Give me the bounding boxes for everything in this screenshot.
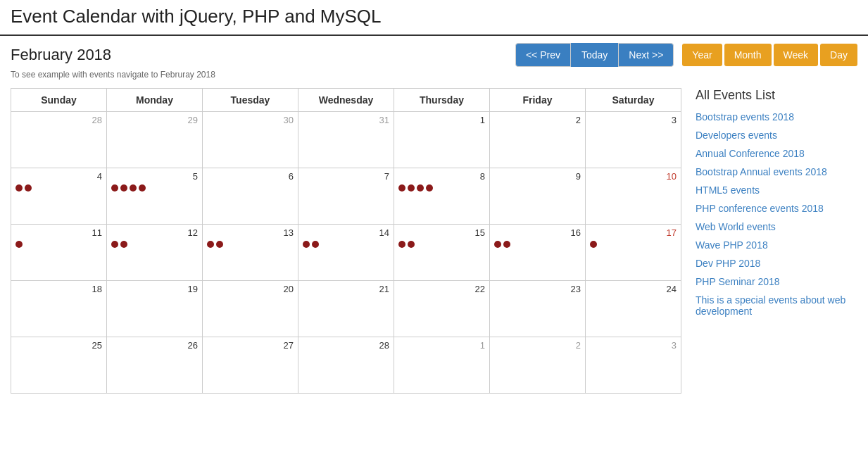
calendar-cell[interactable]: 10 <box>586 168 681 225</box>
calendar-cell[interactable]: 4 <box>11 168 107 225</box>
day-header-monday: Monday <box>107 89 203 112</box>
event-dot <box>398 241 405 248</box>
calendar-cell[interactable]: 20 <box>203 281 298 337</box>
event-dot <box>216 241 223 248</box>
day-number: 1 <box>398 340 485 351</box>
list-item: Developers events <box>696 130 857 141</box>
day-header-wednesday: Wednesday <box>298 89 394 112</box>
day-number: 3 <box>590 340 677 351</box>
calendar-cell[interactable]: 31 <box>298 112 394 168</box>
calendar-cell[interactable]: 1 <box>394 112 490 168</box>
list-item: Annual Conference 2018 <box>696 148 857 159</box>
calendar-cell[interactable]: 12 <box>107 225 203 281</box>
calendar-cell[interactable]: 5 <box>107 168 203 225</box>
day-view-button[interactable]: Day <box>820 44 857 66</box>
event-link[interactable]: This is a special events about web devel… <box>696 294 845 317</box>
calendar-cell[interactable]: 27 <box>203 337 298 394</box>
event-dots <box>398 241 485 248</box>
prev-button[interactable]: << Prev <box>515 43 571 67</box>
calendar-cell[interactable]: 22 <box>394 281 490 337</box>
content-area: SundayMondayTuesdayWednesdayThursdayFrid… <box>11 88 857 394</box>
page-title: Event Calendar with jQuery, PHP and MySQ… <box>11 6 857 27</box>
day-header-saturday: Saturday <box>586 89 681 112</box>
calendar-cell[interactable]: 29 <box>107 112 203 168</box>
day-number: 2 <box>494 340 581 351</box>
calendar-cell[interactable]: 16 <box>490 225 586 281</box>
calendar-cell[interactable]: 9 <box>490 168 586 225</box>
event-link[interactable]: Wave PHP 2018 <box>696 239 768 251</box>
next-button[interactable]: Next >> <box>618 43 674 67</box>
calendar-cell[interactable]: 30 <box>203 112 298 168</box>
event-link[interactable]: Bootstrap Annual events 2018 <box>696 166 827 177</box>
calendar-cell[interactable]: 13 <box>203 225 298 281</box>
month-view-button[interactable]: Month <box>724 44 772 66</box>
view-buttons: Year Month Week Day <box>682 44 857 66</box>
day-number: 3 <box>590 115 677 125</box>
calendar-cell[interactable]: 17 <box>586 225 681 281</box>
calendar-cell[interactable]: 2 <box>490 112 586 168</box>
calendar-cell[interactable]: 7 <box>298 168 394 225</box>
calendar-cell[interactable]: 24 <box>586 281 681 337</box>
event-link[interactable]: PHP Seminar 2018 <box>696 276 780 287</box>
calendar-cell[interactable]: 26 <box>107 337 203 394</box>
calendar-cell[interactable]: 14 <box>298 225 394 281</box>
day-number: 30 <box>207 115 294 125</box>
calendar-cell[interactable]: 25 <box>11 337 107 394</box>
day-header-thursday: Thursday <box>394 89 490 112</box>
event-dot <box>408 241 415 248</box>
event-link[interactable]: Annual Conference 2018 <box>696 148 805 159</box>
event-dot <box>139 184 146 192</box>
event-link[interactable]: Developers events <box>696 130 777 141</box>
year-view-button[interactable]: Year <box>682 44 722 66</box>
calendar-cell[interactable]: 3 <box>586 337 681 394</box>
subtitle: To see example with events navigate to F… <box>11 70 857 80</box>
calendar-cell[interactable]: 8 <box>394 168 490 225</box>
calendar-cell[interactable]: 15 <box>394 225 490 281</box>
today-button[interactable]: Today <box>571 43 618 67</box>
calendar-cell[interactable]: 19 <box>107 281 203 337</box>
calendar-area: SundayMondayTuesdayWednesdayThursdayFrid… <box>11 88 681 394</box>
calendar-cell[interactable]: 28 <box>298 337 394 394</box>
event-link[interactable]: PHP conference events 2018 <box>696 203 824 214</box>
event-dots <box>15 241 102 248</box>
event-link[interactable]: Bootstrap events 2018 <box>696 111 794 123</box>
sidebar: All Events List Bootstrap events 2018Dev… <box>696 88 857 394</box>
calendar-cell[interactable]: 23 <box>490 281 586 337</box>
event-dot <box>120 241 127 248</box>
day-number: 29 <box>111 115 198 125</box>
event-dots <box>15 184 102 192</box>
day-number: 14 <box>303 227 389 238</box>
day-number: 4 <box>15 171 102 182</box>
calendar-cell[interactable]: 11 <box>11 225 107 281</box>
event-dot <box>312 241 319 248</box>
event-link[interactable]: Dev PHP 2018 <box>696 258 760 269</box>
events-list: Bootstrap events 2018Developers eventsAn… <box>696 111 857 317</box>
calendar-cell[interactable]: 3 <box>586 112 681 168</box>
list-item: Dev PHP 2018 <box>696 258 857 269</box>
event-dot <box>398 184 405 192</box>
list-item: Bootstrap Annual events 2018 <box>696 166 857 177</box>
day-number: 21 <box>303 284 389 294</box>
month-title: February 2018 <box>11 46 111 64</box>
week-view-button[interactable]: Week <box>774 44 819 66</box>
list-item: Web World events <box>696 221 857 232</box>
event-dot <box>15 184 23 192</box>
event-dots <box>111 184 198 192</box>
day-number: 24 <box>590 284 677 294</box>
day-number: 6 <box>207 171 294 182</box>
event-dots <box>494 241 581 248</box>
list-item: Bootstrap events 2018 <box>696 111 857 123</box>
day-number: 13 <box>207 227 294 238</box>
calendar-cell[interactable]: 18 <box>11 281 107 337</box>
calendar-cell[interactable]: 2 <box>490 337 586 394</box>
event-link[interactable]: Web World events <box>696 221 776 232</box>
event-link[interactable]: HTML5 events <box>696 184 760 196</box>
event-dot <box>111 184 118 192</box>
calendar-cell[interactable]: 28 <box>11 112 107 168</box>
event-dot <box>417 184 424 192</box>
calendar-cell[interactable]: 6 <box>203 168 298 225</box>
calendar-cell[interactable]: 1 <box>394 337 490 394</box>
event-dot <box>111 241 118 248</box>
calendar-cell[interactable]: 21 <box>298 281 394 337</box>
day-number: 25 <box>15 340 102 351</box>
